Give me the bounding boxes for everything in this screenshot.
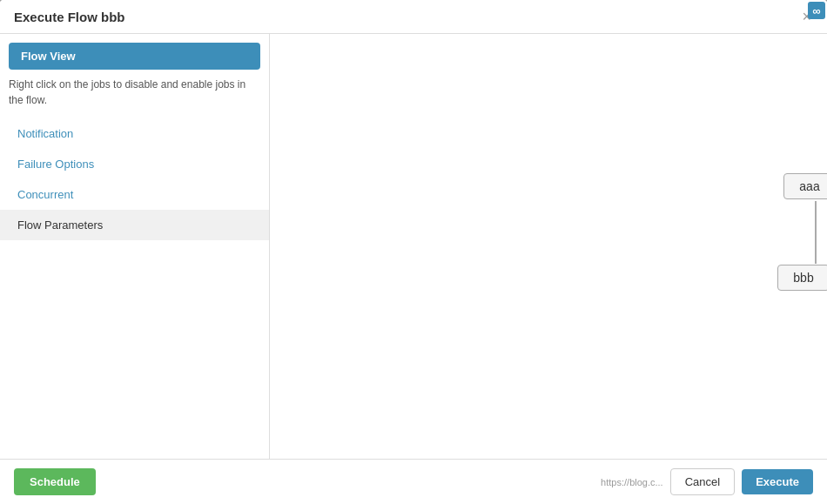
modal-body: Flow View Right click on the jobs to dis… <box>0 34 827 459</box>
schedule-button[interactable]: Schedule <box>14 468 96 495</box>
sidebar-item-flow-parameters[interactable]: Flow Parameters <box>0 210 269 240</box>
cancel-button[interactable]: Cancel <box>670 468 735 495</box>
sidebar-item-concurrent[interactable]: Concurrent <box>0 179 269 210</box>
sidebar-item-failure-options[interactable]: Failure Options <box>0 149 269 179</box>
flow-view-button[interactable]: Flow View <box>9 43 260 70</box>
flow-node-aaa[interactable]: aaa <box>783 173 827 199</box>
footer-right: https://blog.c... Cancel Execute <box>601 468 813 495</box>
flow-node-bbb[interactable]: bbb <box>777 265 827 291</box>
modal-title: Execute Flow bbb <box>14 10 125 24</box>
flow-canvas-area: aaa bbb <box>270 34 827 459</box>
modal-overlay: ∞ Execute Flow bbb × Flow View Right cli… <box>0 0 827 504</box>
connector-line <box>815 201 817 264</box>
modal-footer: Schedule https://blog.c... Cancel Execut… <box>0 459 827 504</box>
flow-canvas: aaa bbb <box>270 34 827 459</box>
sidebar-hint: Right click on the jobs to disable and e… <box>0 77 269 118</box>
sidebar-item-notification[interactable]: Notification <box>0 118 269 149</box>
url-hint: https://blog.c... <box>601 477 663 487</box>
execute-button[interactable]: Execute <box>742 469 813 494</box>
modal-header: ∞ Execute Flow bbb × <box>0 0 827 34</box>
modal: ∞ Execute Flow bbb × Flow View Right cli… <box>0 0 827 504</box>
sidebar: Flow View Right click on the jobs to dis… <box>0 34 270 459</box>
infinity-icon: ∞ <box>808 2 825 19</box>
